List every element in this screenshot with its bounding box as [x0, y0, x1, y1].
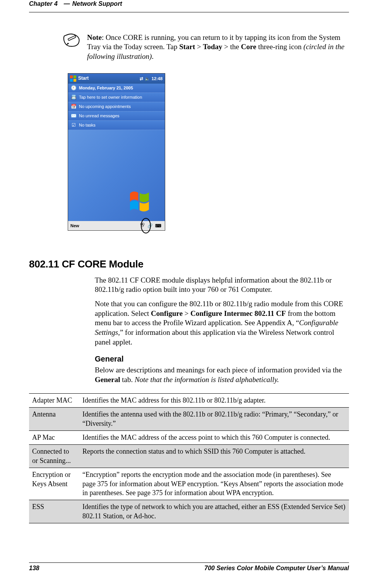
term-cell: AP Mac [29, 431, 79, 445]
pda-tasks-row: ☑ No tasks [68, 121, 165, 130]
pda-bottombar: New 🔗 ⌨ [68, 221, 165, 230]
pda-owner-row: 📇 Tap here to set owner information [68, 93, 165, 102]
general-para: Below are descriptions and meanings for … [95, 365, 349, 384]
messages-icon: ✉️ [70, 113, 77, 119]
general-info-table: Adapter MAC Identifies the MAC address f… [29, 393, 349, 523]
para-2: Note that you can configure the 802.11b … [95, 299, 349, 347]
page-number: 138 [29, 564, 39, 573]
desc-cell: Identifies the MAC address for this 802.… [79, 393, 349, 407]
para2-g: ,” for information about this applicatio… [95, 328, 334, 346]
desc-cell: Identifies the MAC address of the access… [79, 431, 349, 445]
svg-rect-3 [70, 79, 73, 82]
para2-c: > [183, 309, 190, 317]
table-row: Connected to or Scanning... Reports the … [29, 445, 349, 468]
note-icon-wrap [56, 33, 87, 62]
general-heading: General [95, 354, 349, 364]
sip-icon: ⌨ [155, 223, 161, 228]
link-icon: 🔗 [147, 223, 153, 228]
note-core: Core [241, 43, 257, 51]
pda-new-label: New [70, 223, 79, 228]
clock-text: 12:48 [152, 76, 162, 81]
note-gt2: > the [222, 43, 241, 51]
svg-rect-0 [68, 36, 76, 41]
pda-date-text: Monday, February 21, 2005 [79, 85, 133, 91]
desc-cell: Identifies the type of network to which … [79, 500, 349, 523]
term-cell: Adapter MAC [29, 393, 79, 407]
para-1: The 802.11 CF CORE module displays helpf… [95, 276, 349, 295]
section-title: 802.11 CF CORE Module [29, 258, 349, 271]
pda-topbar: Start ⇄ 🔈 12:48 [68, 74, 165, 84]
desc-cell: Identifies the antenna used with the 802… [79, 408, 349, 431]
tasks-icon: ☑ [70, 122, 77, 128]
gp-c: tab. [120, 375, 134, 384]
svg-rect-1 [70, 75, 73, 78]
term-cell: Connected to or Scanning... [29, 445, 79, 468]
running-header: Chapter 4 — Network Support [0, 0, 378, 8]
note-pencil-icon [62, 33, 81, 48]
term-cell: Antenna [29, 408, 79, 431]
appointments-icon: 📅 [70, 103, 77, 110]
table-row: AP Mac Identifies the MAC address of the… [29, 431, 349, 445]
windows-logo-big-icon [128, 190, 155, 213]
note-gt1: > [195, 43, 203, 51]
gp-d: Note that the information is listed alph… [135, 375, 279, 384]
header-rule [29, 12, 349, 14]
note-t3: . [152, 52, 154, 60]
svg-rect-2 [74, 75, 76, 78]
desc-cell: “Encryption” reports the encryption mode… [79, 468, 349, 500]
owner-icon: 📇 [70, 94, 77, 100]
pda-date-row: 🕘 Monday, February 21, 2005 [68, 84, 165, 93]
gp-b: General [95, 375, 120, 384]
header-title: Network Support [72, 0, 122, 8]
pda-tasks-text: No tasks [79, 122, 96, 128]
desc-cell: Reports the connection status and to whi… [79, 445, 349, 468]
para2-d: Configure Intermec 802.11 CF [190, 309, 286, 317]
gp-a: Below are descriptions and meanings for … [95, 366, 342, 374]
chapter-label: Chapter 4 [29, 0, 58, 8]
connection-icon: ⇄ [140, 76, 143, 81]
table-row: ESS Identifies the type of network to wh… [29, 500, 349, 523]
table-row: Antenna Identifies the antenna used with… [29, 408, 349, 431]
pda-screenshot-wrapper: Start ⇄ 🔈 12:48 🕘 Monday, February 21, 2… [68, 73, 349, 231]
pda-messages-text: No unread messages [79, 113, 120, 118]
running-footer: 138 700 Series Color Mobile Computer Use… [29, 562, 349, 573]
pda-start-label: Start [78, 75, 89, 82]
note-block: Note: Once CORE is running, you can retu… [56, 33, 349, 62]
doc-name: 700 Series Color Mobile Computer User’s … [204, 564, 349, 573]
note-today: Today [203, 43, 222, 51]
calendar-icon: 🕘 [70, 85, 77, 91]
core-three-ring-icon [140, 222, 145, 229]
pda-desktop-area [68, 130, 165, 221]
pda-appointments-text: No upcoming appointments [79, 104, 131, 109]
table-row: Adapter MAC Identifies the MAC address f… [29, 393, 349, 407]
speaker-icon: 🔈 [145, 76, 150, 81]
pda-owner-text: Tap here to set owner information [79, 94, 142, 100]
header-dash: — [64, 0, 70, 8]
para2-b: Configure [151, 309, 183, 317]
note-prefix: Note [87, 33, 102, 41]
note-t2: three-ring icon [256, 43, 303, 51]
term-cell: ESS [29, 500, 79, 523]
pda-screenshot: Start ⇄ 🔈 12:48 🕘 Monday, February 21, 2… [68, 73, 165, 231]
windows-flag-icon [70, 75, 77, 82]
pda-messages-row: ✉️ No unread messages [68, 111, 165, 121]
note-text: Note: Once CORE is running, you can retu… [87, 33, 349, 62]
table-row: Encryption or Keys Absent “Encryption” r… [29, 468, 349, 500]
section-body: The 802.11 CF CORE module displays helpf… [95, 276, 349, 385]
svg-rect-4 [74, 79, 76, 82]
pda-appointments-row: 📅 No upcoming appointments [68, 102, 165, 111]
term-cell: Encryption or Keys Absent [29, 468, 79, 500]
note-start: Start [179, 43, 195, 51]
